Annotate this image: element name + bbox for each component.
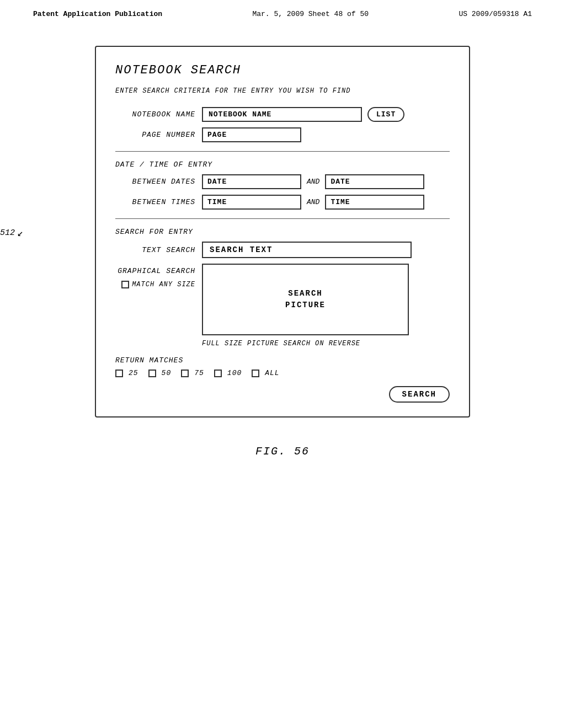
between-dates-row: BETWEEN DATES AND (115, 174, 450, 189)
page-number-input[interactable] (202, 127, 301, 142)
dialog-title: NOTEBOOK SEARCH (115, 63, 450, 77)
date1-input[interactable] (202, 174, 301, 189)
search-picture-box[interactable]: SEARCH PICTURE (202, 264, 409, 335)
checkbox-25-label: 25 (129, 369, 138, 377)
checkbox-25[interactable] (115, 370, 123, 377)
search-picture-text: SEARCH PICTURE (285, 288, 326, 311)
checkbox-100-item: 100 (214, 369, 242, 377)
checkbox-25-item: 25 (115, 369, 138, 377)
checkbox-100[interactable] (214, 370, 222, 377)
graphical-search-label: GRAPHICAL SEARCH (118, 267, 195, 276)
search-for-entry-title: SEARCH FOR ENTRY (115, 228, 450, 236)
checkbox-all-item: ALL (252, 369, 279, 377)
text-search-row: TEXT SEARCH (115, 242, 450, 258)
match-any-size-label: MATCH ANY SIZE (132, 281, 195, 288)
header-right: US 2009/059318 A1 (459, 10, 532, 18)
checkbox-all[interactable] (252, 370, 259, 377)
date-time-section-title: DATE / TIME OF ENTRY (115, 160, 450, 169)
checkbox-75[interactable] (181, 370, 189, 377)
time2-input[interactable] (325, 195, 424, 210)
checkbox-75-item: 75 (181, 369, 204, 377)
date2-input[interactable] (325, 174, 424, 189)
between-dates-label: BETWEEN DATES (115, 178, 195, 186)
checkbox-100-label: 100 (227, 369, 242, 377)
ref-512-arrow: ↙ (17, 227, 23, 239)
figure-caption: FIG. 56 (0, 445, 565, 458)
header-center: Mar. 5, 2009 Sheet 48 of 50 (252, 10, 369, 18)
notebook-name-row: NOTEBOOK NAME LIST (115, 107, 450, 122)
notebook-name-label: NOTEBOOK NAME (115, 110, 195, 119)
divider-2 (115, 218, 450, 219)
divider-1 (115, 151, 450, 152)
page-number-row: PAGE NUMBER (115, 127, 450, 142)
header-left: Patent Application Publication (33, 10, 162, 18)
reference-512: 512 ↙ (0, 227, 23, 239)
notebook-name-input[interactable] (202, 107, 362, 122)
time1-input[interactable] (202, 195, 301, 210)
list-button[interactable]: LIST (367, 107, 404, 122)
checkbox-50-label: 50 (162, 369, 172, 377)
checkbox-50[interactable] (148, 370, 156, 377)
checkbox-75-label: 75 (194, 369, 204, 377)
text-search-label: TEXT SEARCH (115, 246, 195, 254)
full-size-picture-text: FULL SIZE PICTURE SEARCH ON REVERSE (202, 340, 450, 347)
search-button-row: SEARCH (115, 386, 450, 403)
graphical-search-section: GRAPHICAL SEARCH MATCH ANY SIZE SEARCH P… (115, 264, 450, 335)
between-times-row: BETWEEN TIMES AND (115, 195, 450, 210)
ref-512-label: 512 (0, 228, 15, 238)
checkbox-all-label: ALL (265, 369, 279, 377)
match-any-size-row: MATCH ANY SIZE (121, 281, 195, 288)
notebook-search-dialog: NOTEBOOK SEARCH ENTER SEARCH CRITERIA FO… (95, 46, 470, 417)
graphical-label-group: GRAPHICAL SEARCH MATCH ANY SIZE (115, 264, 195, 288)
and2-text: AND (307, 198, 319, 206)
and1-text: AND (307, 178, 319, 186)
return-matches-title: RETURN MATCHES (115, 356, 450, 365)
between-times-label: BETWEEN TIMES (115, 198, 195, 206)
checkbox-50-item: 50 (148, 369, 172, 377)
checkboxes-row: 25 50 75 100 ALL (115, 369, 450, 377)
match-any-size-checkbox[interactable] (121, 281, 129, 288)
dialog-subtitle: ENTER SEARCH CRITERIA FOR THE ENTRY YOU … (115, 87, 450, 95)
page-number-label: PAGE NUMBER (115, 131, 195, 139)
search-text-input[interactable] (202, 242, 412, 258)
search-button[interactable]: SEARCH (389, 386, 450, 403)
return-matches-section: RETURN MATCHES 25 50 75 100 (115, 356, 450, 377)
